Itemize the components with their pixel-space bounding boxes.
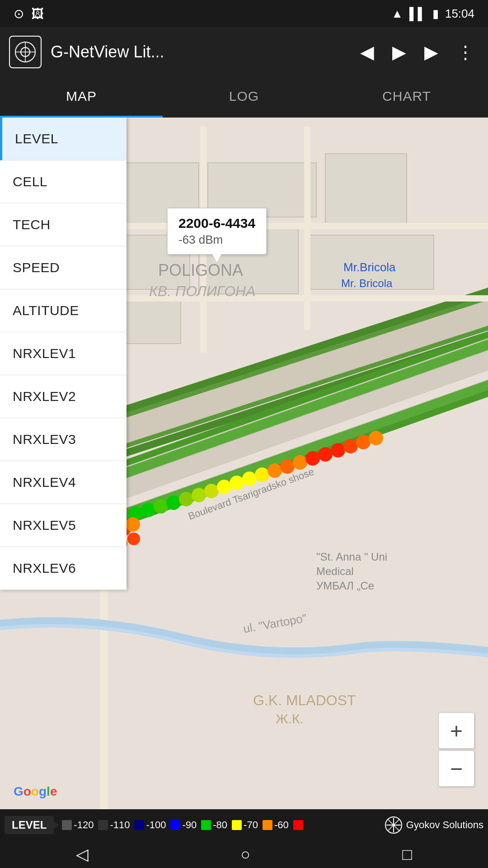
map-area[interactable]: Boulevard Tsarigradsko shose POLIGONA КВ… (0, 118, 488, 841)
svg-point-69 (127, 533, 140, 545)
battery-icon: ▮ (432, 7, 439, 21)
legend-text-70: -70 (244, 819, 258, 831)
menu-item-nrxlev6[interactable]: NRXLEV6 (0, 547, 127, 590)
svg-point-59 (331, 443, 345, 458)
svg-text:КВ. ПОЛИГОНА: КВ. ПОЛИГОНА (149, 283, 256, 299)
legend-dot-80 (201, 820, 211, 830)
play-button[interactable]: ▶ (420, 37, 443, 67)
tab-chart[interactable]: CHART (325, 77, 488, 118)
tab-map[interactable]: MAP (0, 77, 163, 118)
forward-button[interactable]: ▶ (388, 37, 411, 67)
zoom-in-button[interactable]: + (438, 712, 474, 749)
svg-point-56 (293, 455, 307, 470)
legend-text-110: -110 (110, 819, 130, 831)
menu-item-nrxlev1[interactable]: NRXLEV1 (0, 332, 127, 375)
legend-text-100: -100 (146, 819, 166, 831)
legend-dot-60 (263, 820, 272, 830)
menu-item-nrxlev5[interactable]: NRXLEV5 (0, 504, 127, 547)
wifi-icon: ▲ (391, 7, 403, 21)
content-wrapper: Boulevard Tsarigradsko shose POLIGONA КВ… (0, 118, 488, 841)
full-layout: ⊙ 🖼 ▲ ▌▌ ▮ 15:04 G-NetView Lit... ◀ ▶ ▶ … (0, 0, 488, 868)
menu-item-nrxlev4[interactable]: NRXLEV4 (0, 461, 127, 504)
svg-point-50 (217, 480, 231, 494)
menu-item-cell[interactable]: CELL (0, 160, 127, 203)
svg-point-53 (255, 467, 269, 482)
menu-item-level[interactable]: LEVEL (0, 118, 127, 160)
legend-item-120: -120 (62, 819, 94, 831)
svg-point-54 (267, 463, 282, 478)
svg-text:Google: Google (14, 784, 57, 798)
legend-item-90: -90 (170, 819, 197, 831)
tooltip-arrow (212, 254, 221, 262)
svg-point-58 (318, 447, 333, 462)
app-logo (9, 36, 42, 68)
map-tooltip: 2200-6-4434 -63 dBm (167, 208, 267, 255)
svg-point-45 (154, 499, 168, 514)
svg-rect-13 (325, 154, 407, 226)
brand-name: Gyokov Solutions (406, 819, 483, 831)
svg-point-61 (356, 435, 371, 449)
image-icon: 🖼 (31, 6, 44, 21)
tab-log[interactable]: LOG (163, 77, 325, 118)
svg-point-44 (141, 503, 155, 517)
legend-dot-120 (62, 820, 72, 830)
status-time: 15:04 (445, 7, 474, 21)
tooltip-title: 2200-6-4434 (178, 216, 255, 231)
nav-home-button[interactable]: ○ (240, 845, 250, 864)
svg-text:Ж.К.: Ж.К. (276, 711, 304, 726)
nav-recent-button[interactable]: □ (402, 845, 412, 864)
legend-text-90: -90 (182, 819, 197, 831)
menu-item-nrxlev2[interactable]: NRXLEV2 (0, 375, 127, 418)
svg-text:G.K. MLADOST: G.K. MLADOST (253, 692, 356, 708)
status-bar: ⊙ 🖼 ▲ ▌▌ ▮ 15:04 (0, 0, 488, 27)
svg-text:Mr.Bricola: Mr.Bricola (343, 260, 396, 274)
status-bar-right: ▲ ▌▌ ▮ 15:04 (391, 7, 474, 21)
svg-point-57 (305, 451, 320, 466)
legend-dot-110 (98, 820, 108, 830)
legend-bar: LEVEL -120 -110 -100 -90 -80 (0, 809, 488, 841)
svg-text:Medical: Medical (316, 565, 354, 577)
legend-dot-100 (134, 820, 144, 830)
legend-text-60: -60 (274, 819, 289, 831)
menu-item-tech[interactable]: TECH (0, 203, 127, 246)
brand-logo-icon (385, 816, 403, 834)
legend-dot-90 (170, 820, 180, 830)
svg-text:УМБАЛ „Се: УМБАЛ „Се (316, 580, 374, 592)
legend-item-110: -110 (98, 819, 130, 831)
svg-point-66 (126, 517, 140, 532)
back-button[interactable]: ◀ (356, 37, 379, 67)
svg-point-48 (192, 488, 206, 502)
logo-icon (14, 41, 37, 63)
menu-item-speed[interactable]: SPEED (0, 246, 127, 289)
legend-item-80: -80 (201, 819, 227, 831)
app-title: G-NetView Lit... (51, 42, 347, 61)
legend-brand: Gyokov Solutions (385, 816, 483, 834)
nav-back-button[interactable]: ◁ (76, 845, 89, 864)
zoom-controls: + − (438, 712, 474, 787)
dropdown-menu: LEVEL CELL TECH SPEED ALTITUDE NRXLEV1 N… (0, 118, 127, 590)
menu-item-altitude[interactable]: ALTITUDE (0, 289, 127, 332)
menu-item-nrxlev3[interactable]: NRXLEV3 (0, 418, 127, 461)
svg-text:Mr. Bricola: Mr. Bricola (341, 277, 393, 289)
svg-point-62 (369, 431, 383, 445)
svg-text:"St. Anna " Uni: "St. Anna " Uni (316, 551, 387, 563)
legend-dot-70 (232, 820, 242, 830)
tooltip-value: -63 dBm (178, 233, 255, 247)
tab-bar: MAP LOG CHART (0, 77, 488, 118)
legend-active-label: LEVEL (5, 816, 54, 834)
menu-button[interactable]: ⋮ (452, 37, 479, 67)
legend-item-red (293, 820, 303, 830)
svg-text:POLIGONA: POLIGONA (158, 261, 243, 279)
legend-text-80: -80 (213, 819, 227, 831)
svg-point-55 (280, 459, 295, 474)
status-bar-left: ⊙ 🖼 (14, 6, 44, 21)
svg-point-49 (204, 484, 219, 498)
legend-item-70: -70 (232, 819, 258, 831)
svg-point-60 (343, 439, 358, 453)
signal-icon: ▌▌ (409, 7, 426, 21)
svg-point-47 (179, 492, 193, 506)
nav-bar: ◁ ○ □ (0, 841, 488, 868)
zoom-out-button[interactable]: − (438, 750, 474, 787)
svg-point-46 (166, 495, 181, 510)
app-bar: G-NetView Lit... ◀ ▶ ▶ ⋮ (0, 27, 488, 77)
